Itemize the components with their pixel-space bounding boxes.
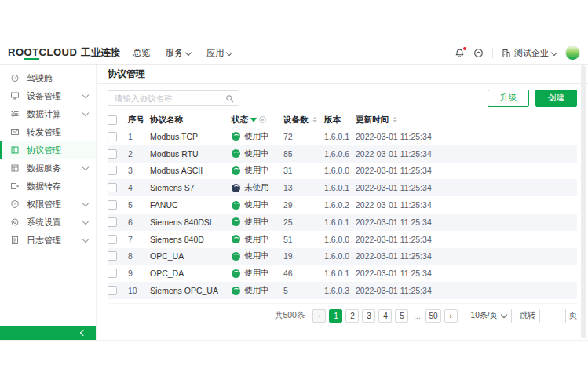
upgrade-button[interactable]: 升级: [488, 90, 529, 107]
table-row[interactable]: 10 Siemens OPC_UA 使用中 5 1.6.0.3 2022-03-…: [108, 282, 577, 299]
org-switcher[interactable]: 测试企业: [502, 47, 557, 59]
row-devices: 72: [283, 132, 324, 141]
row-checkbox[interactable]: [108, 166, 117, 175]
page-button-2[interactable]: 2: [345, 309, 359, 323]
nav-overview[interactable]: 总览: [133, 47, 150, 59]
row-checkbox[interactable]: [108, 149, 117, 159]
sidebar-item-permissions[interactable]: 权限管理: [0, 196, 96, 213]
select-all-checkbox[interactable]: [108, 115, 117, 125]
page-button-50[interactable]: 50: [425, 309, 440, 323]
status-icon: [232, 235, 240, 243]
chevron-down-icon: [82, 200, 89, 206]
table-row[interactable]: 7 Siemens 840D 使用中 51 1.6.0.0 2022-03-01…: [108, 231, 577, 248]
row-version: 1.6.0.0: [324, 166, 356, 175]
row-checkbox[interactable]: [108, 269, 117, 278]
protocol-icon: [10, 145, 20, 155]
table-row[interactable]: 3 Modbus ASCII 使用中 31 1.6.0.0 2022-03-01…: [108, 163, 577, 180]
row-protocol-name: FANUC: [150, 200, 232, 210]
row-checkbox[interactable]: [108, 286, 117, 295]
row-checkbox[interactable]: [108, 217, 117, 227]
row-updated: 2022-03-01 11:25:34: [356, 183, 577, 192]
search-input[interactable]: [113, 93, 225, 104]
page-ellipsis[interactable]: ...: [411, 311, 422, 320]
row-no: 7: [128, 235, 150, 244]
sidebar-item-settings[interactable]: 系统设置: [0, 214, 96, 231]
row-checkbox[interactable]: [108, 132, 117, 141]
prev-page-button[interactable]: ‹: [312, 309, 326, 323]
notification-bell-icon[interactable]: [455, 48, 465, 58]
row-checkbox[interactable]: [108, 251, 117, 261]
row-protocol-name: Modbus ASCII: [150, 166, 232, 175]
header-devices: 设备数: [283, 115, 309, 126]
table-row[interactable]: 1 Modbus TCP 使用中 72 1.6.0.1 2022-03-01 1…: [108, 128, 577, 145]
page-button-5[interactable]: 5: [395, 309, 408, 323]
status-icon: [232, 287, 240, 295]
chevron-down-icon: [185, 49, 192, 55]
brand-logo[interactable]: ROOTCLOUD 工业连接: [8, 46, 120, 60]
nav-services[interactable]: 服务: [166, 47, 191, 59]
row-updated: 2022-03-01 11:25:34: [356, 217, 577, 227]
row-updated: 2022-03-01 11:25:34: [356, 269, 577, 278]
filter-icon[interactable]: [250, 118, 257, 122]
table-row[interactable]: 9 OPC_DA 使用中 46 1.6.0.1 2022-03-01 11:25…: [108, 265, 577, 282]
table-row[interactable]: 6 Siemens 840DSL 使用中 25 1.6.0.1 2022-03-…: [108, 214, 577, 231]
row-no: 1: [128, 132, 150, 141]
row-protocol-name: Siemens S7: [150, 183, 232, 192]
sidebar-item-logs[interactable]: 日志管理: [0, 232, 96, 249]
support-icon[interactable]: [473, 48, 484, 58]
status-icon: [232, 252, 240, 261]
jump-suffix: 页: [569, 310, 578, 321]
status-settings-icon[interactable]: [259, 116, 266, 123]
sidebar-item-data-dump[interactable]: 数据转存: [0, 177, 96, 195]
row-no: 6: [128, 217, 150, 227]
row-version: 1.6.0.1: [324, 132, 356, 141]
status-icon: [232, 269, 240, 278]
row-updated: 2022-03-01 11:25:34: [356, 286, 577, 295]
logo-suffix: 工业连接: [81, 46, 120, 60]
page-size-select[interactable]: 10条/页: [466, 309, 512, 323]
table-header: 序号 协议名称 状态 设备数 版本 更新时间: [108, 111, 577, 128]
dashboard-icon: [10, 73, 20, 83]
row-checkbox[interactable]: [108, 235, 117, 244]
table-row[interactable]: 5 FANUC 使用中 29 1.6.0.2 2022-03-01 11:25:…: [108, 196, 577, 214]
sidebar-collapse-button[interactable]: [0, 326, 96, 340]
page-button-1[interactable]: 1: [329, 309, 342, 323]
table-row[interactable]: 2 Modbus RTU 使用中 85 1.6.0.6 2022-03-01 1…: [108, 145, 577, 163]
row-checkbox[interactable]: [108, 200, 117, 210]
divider: [97, 83, 588, 84]
row-checkbox[interactable]: [108, 183, 117, 192]
sidebar-item-protocols[interactable]: 协议管理: [0, 141, 96, 159]
next-page-button[interactable]: ›: [444, 309, 458, 323]
header-status: 状态: [232, 115, 248, 126]
sidebar-item-dashboard[interactable]: 驾驶舱: [0, 69, 96, 86]
search-icon[interactable]: [225, 94, 234, 103]
chevron-down-icon: [82, 164, 89, 170]
action-buttons: 升级 创建: [488, 90, 577, 107]
chevron-down-icon: [551, 49, 557, 55]
sort-icon[interactable]: [312, 117, 317, 123]
jump-page-input[interactable]: [539, 309, 566, 323]
sidebar-item-forwarding[interactable]: 转发管理: [0, 123, 96, 141]
sidebar-item-data-compute[interactable]: 数据计算: [0, 105, 96, 122]
page-button-4[interactable]: 4: [378, 309, 392, 323]
nav-apps[interactable]: 应用: [206, 47, 232, 59]
row-version: 1.6.0.2: [324, 200, 356, 210]
sidebar-item-data-service[interactable]: 数据服务: [0, 159, 96, 177]
status-label: 使用中: [244, 165, 269, 176]
create-button[interactable]: 创建: [535, 90, 577, 107]
vertical-scrollbar[interactable]: [581, 65, 586, 338]
table-row[interactable]: 8 OPC_UA 使用中 19 1.6.0.0 2022-03-01 11:25…: [108, 248, 577, 265]
notification-dot: [463, 47, 466, 50]
sidebar-item-devices[interactable]: 设备管理: [0, 87, 96, 104]
table-row[interactable]: 4 Siemens S7 未使用 13 1.6.0.1 2022-03-01 1…: [108, 179, 577, 196]
chevron-left-icon: [80, 330, 86, 336]
device-icon: [10, 91, 20, 101]
status-label: 未使用: [244, 182, 269, 193]
header-name: 协议名称: [150, 115, 232, 126]
page-button-3[interactable]: 3: [362, 309, 375, 323]
user-avatar[interactable]: [565, 46, 580, 60]
sort-icon[interactable]: [393, 117, 397, 123]
status-label: 使用中: [244, 268, 269, 279]
status-icon: [232, 201, 240, 210]
row-updated: 2022-03-01 11:25:34: [356, 166, 577, 175]
